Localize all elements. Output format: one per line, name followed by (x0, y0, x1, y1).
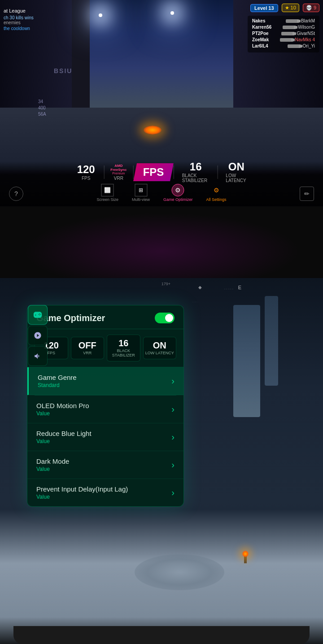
fps-mode-stat: FPS (133, 163, 174, 181)
volume-icon (34, 352, 42, 360)
score-row: Karren56 WilsonG (252, 25, 315, 30)
display-icon (34, 331, 42, 339)
black-stabilizer-stat: 16 Black Stabilizer (174, 159, 218, 186)
edit-button[interactable]: ✏ (300, 187, 314, 201)
game-stats-overlay: 34 400 56A (38, 99, 46, 117)
kill-info: ch 30 kills wins (4, 15, 34, 20)
waterfall-2 (265, 296, 278, 386)
direction-marker: E (238, 285, 242, 290)
match-name: at League (4, 8, 34, 13)
nav-screen-size[interactable]: ⬜ Screen Size (91, 182, 124, 204)
snow-particles: · · · · · (224, 287, 233, 291)
side-icons-panel (28, 305, 48, 366)
menu-item-game-genre[interactable]: Game Genre Standard (27, 367, 183, 395)
score-row: PT2Poe GivarNSt (252, 31, 315, 36)
stats-row: 120 FPS AMD FreeSync Premium VRR FPS 16 … (68, 159, 255, 186)
tv-bezel (13, 626, 310, 644)
multi-view-icon: ⊞ (135, 184, 147, 196)
menu-arrow-dark-mode (171, 460, 175, 470)
screen-size-icon: ⬜ (101, 184, 114, 196)
bottom-nav: ⬜ Screen Size ⊞ Multi-view ⚙ Game Optimi… (91, 182, 231, 204)
weapon-icon (283, 26, 296, 29)
weapon-icon (286, 19, 299, 23)
menu-arrow-prevent-input-delay (171, 487, 175, 498)
weapon-icon (288, 44, 301, 48)
opt-black-stab-stat: 16 Black Stabilizer (107, 335, 140, 361)
bottom-game-section: · · · · · · · · · ◆ E 179+ Game Optimiz (0, 278, 323, 644)
level-badge: Level 13 (250, 4, 278, 12)
low-latency-stat: ON Low Latency (218, 159, 255, 186)
stat-divider (133, 165, 133, 179)
nav-game-optimizer[interactable]: ⚙ Game Optimizer (158, 182, 198, 204)
all-settings-icon: ⚙ (210, 184, 223, 196)
streetlight-2 (170, 11, 174, 15)
hud-top-right: Level 13 ★ 10 💀 9 (250, 4, 319, 12)
scoreboard: Nakes BlarkM Karren56 WilsonG PT2Poe Giv… (248, 16, 319, 52)
enemies-text: enemies (4, 20, 34, 25)
cooldown-text: the cooldown (4, 26, 34, 31)
optimizer-stats: 120 FPS OFF VRR 16 Black Stabilizer ON L… (27, 329, 183, 367)
stone-circle (135, 554, 224, 590)
hud-bar: ? ✏ 120 FPS AMD FreeSync Premium VRR FPS (0, 161, 323, 206)
opt-latency-stat: ON Low Latency (143, 337, 177, 359)
optimizer-toggle[interactable] (155, 313, 175, 323)
skull-badge: 💀 9 (303, 4, 319, 12)
hud-left: at League ch 30 kills wins enemies the c… (4, 8, 34, 31)
side-icon-display[interactable] (28, 326, 48, 345)
game-optimizer-icon: ⚙ (172, 184, 184, 196)
menu-item-dark-mode[interactable]: Dark Mode Value (27, 451, 183, 479)
snow-particles-2: · · · · (192, 300, 197, 303)
menu-item-reduce-blue-light[interactable]: Reduce Blue Light Value (27, 423, 183, 451)
tv-frame-bottom (0, 617, 323, 644)
torch (244, 554, 247, 563)
side-icon-volume[interactable] (28, 346, 48, 366)
nav-all-settings[interactable]: ⚙ All Settings (201, 182, 232, 204)
menu-item-prevent-input-delay[interactable]: Prevent Input Delay(Input Lag) Value (27, 479, 183, 506)
optimizer-header: Game Optimizer (27, 305, 183, 329)
star-badge: ★ 10 (282, 4, 299, 12)
score-row: ZoeMak NavMks 4 (252, 37, 315, 42)
score-row: Lar6lL4 Ori_Yi (252, 44, 315, 48)
waterfall-1 (233, 305, 260, 417)
help-button[interactable]: ? (9, 187, 23, 201)
optimizer-panel: Game Optimizer 120 FPS OFF VRR 16 Black … (27, 305, 184, 507)
score-row: Nakes BlarkM (252, 18, 315, 23)
nav-multi-view[interactable]: ⊞ Multi-view (127, 182, 155, 204)
compass-marker: ◆ (198, 285, 202, 290)
game-scene: BSIU 34 400 56A at League ch 30 kills wi… (0, 0, 323, 170)
gamepad-icon (33, 310, 42, 319)
side-icon-gamepad[interactable] (28, 305, 48, 325)
menu-arrow-reduce-blue-light (171, 432, 175, 442)
streetlight-1 (99, 13, 102, 17)
opt-vrr-stat: OFF VRR (71, 337, 105, 359)
weapon-icon (280, 38, 293, 42)
menu-arrow-oled-motion (171, 404, 175, 414)
muzzle-flash (144, 126, 162, 135)
freesync-stat: AMD FreeSync Premium VRR (104, 162, 133, 183)
distance-marker: 179+ (162, 282, 170, 286)
building-text: BSIU (54, 67, 72, 74)
menu-arrow-game-genre (171, 376, 175, 386)
top-game-section: BSIU 34 400 56A at League ch 30 kills wi… (0, 0, 323, 206)
fps-stat: 120 FPS (68, 161, 104, 183)
weapon-icon (281, 32, 295, 35)
menu-item-oled-motion[interactable]: OLED Motion Pro Value (27, 396, 183, 423)
